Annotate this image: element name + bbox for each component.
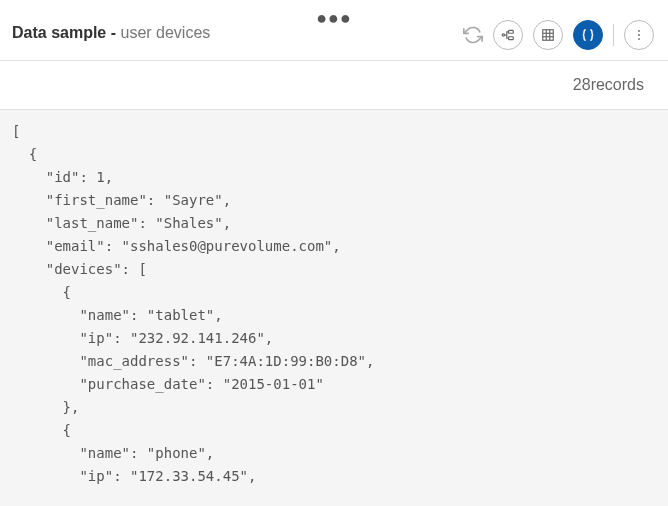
svg-point-9 bbox=[638, 34, 640, 36]
title-suffix: user devices bbox=[120, 24, 210, 41]
svg-point-0 bbox=[502, 34, 504, 36]
more-menu-button[interactable] bbox=[624, 20, 654, 50]
separator bbox=[613, 24, 614, 46]
drag-handle-icon[interactable]: ●●● bbox=[316, 8, 352, 29]
records-label: records bbox=[591, 76, 644, 94]
records-count: 28 bbox=[573, 76, 591, 94]
records-bar: 28 records bbox=[0, 61, 668, 110]
json-content: [ { "id": 1, "first_name": "Sayre", "las… bbox=[0, 110, 668, 498]
page-title: Data sample - user devices bbox=[12, 24, 210, 42]
svg-rect-3 bbox=[543, 30, 554, 41]
title-prefix: Data sample - bbox=[12, 24, 120, 41]
svg-rect-1 bbox=[509, 30, 514, 33]
svg-point-8 bbox=[638, 30, 640, 32]
toolbar bbox=[463, 20, 654, 50]
svg-rect-2 bbox=[509, 37, 514, 40]
header-bar: ●●● Data sample - user devices bbox=[0, 0, 668, 61]
json-view-button[interactable] bbox=[573, 20, 603, 50]
json-code-area[interactable]: [ { "id": 1, "first_name": "Sayre", "las… bbox=[0, 110, 668, 506]
refresh-icon[interactable] bbox=[463, 25, 483, 45]
schema-view-button[interactable] bbox=[493, 20, 523, 50]
svg-point-10 bbox=[638, 38, 640, 40]
table-view-button[interactable] bbox=[533, 20, 563, 50]
